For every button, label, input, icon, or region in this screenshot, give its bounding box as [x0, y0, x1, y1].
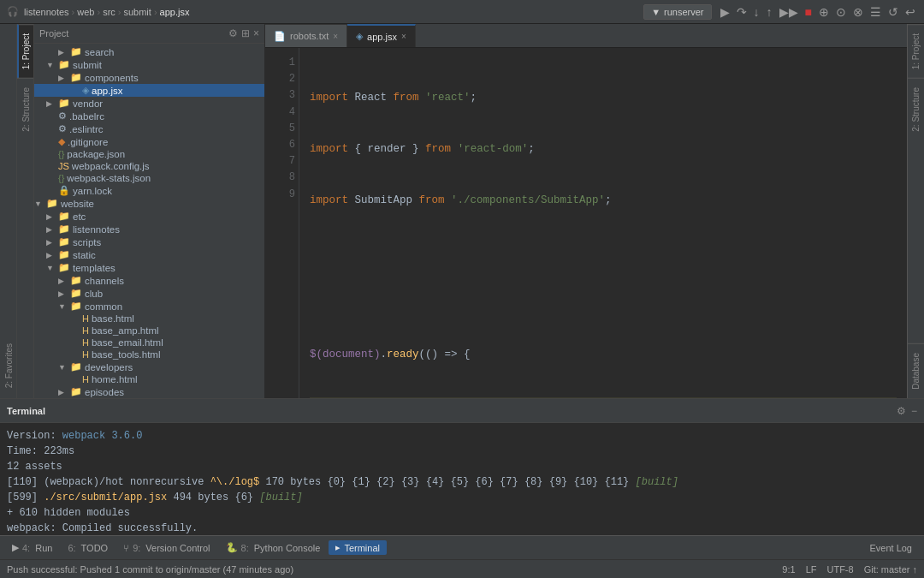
stop-icon[interactable]: ■ — [803, 3, 814, 21]
right-tab-structure[interactable]: 1: Project — [908, 24, 924, 78]
tab-close-icon[interactable]: × — [333, 32, 338, 41]
top-bar: 🎧 listennotes › web › src › submit › app… — [0, 0, 924, 24]
code-line — [310, 243, 897, 260]
terminal-line: + 610 hidden modules — [7, 505, 917, 521]
right-tab-database[interactable]: Database — [908, 343, 924, 398]
project-panel-header: Project ⚙ ⊞ × — [34, 24, 264, 44]
list-item[interactable]: Hbase_email.html — [34, 337, 264, 349]
list-item[interactable]: ▼📁website — [34, 197, 264, 210]
list-item[interactable]: ▼📁developers — [34, 361, 264, 373]
list-item[interactable]: ▶📁search — [34, 45, 264, 58]
step-out-icon[interactable]: ↑ — [765, 3, 774, 21]
status-bar: Push successful: Pushed 1 commit to orig… — [0, 559, 924, 578]
run-server-button[interactable]: ▼ runserver — [643, 4, 711, 20]
terminal-output[interactable]: Version: webpack 3.6.0 Time: 223ms 12 as… — [0, 423, 924, 535]
terminal-panel-title: Terminal — [7, 406, 45, 416]
list-item[interactable]: Hhome.html — [34, 373, 264, 385]
view-breakpoints-icon[interactable]: ☰ — [868, 3, 883, 21]
code-line: import React from 'react'; — [310, 89, 897, 106]
charset: UTF-8 — [826, 564, 853, 575]
list-item-templates[interactable]: ▼📁templates — [34, 261, 264, 274]
code-content[interactable]: import React from 'react'; import { rend… — [299, 48, 907, 398]
code-line: $(document).ready(() => { — [310, 346, 897, 363]
list-item[interactable]: ◆.gitignore — [34, 135, 264, 148]
list-item[interactable]: ▼📁common — [34, 300, 264, 313]
right-panel: 1: Project 2: Structure Database — [907, 24, 924, 398]
coverage-icon[interactable]: ⊕ — [817, 3, 831, 21]
python-console-button[interactable]: 🐍 8: Python Console — [219, 540, 328, 555]
tab-app-jsx[interactable]: ◈ app.jsx × — [347, 24, 416, 47]
run-tool-button[interactable]: ▶ 4: Run — [5, 540, 59, 555]
git-branch: Git: master ↑ — [864, 564, 917, 575]
terminal-button[interactable]: ▸ Terminal — [329, 540, 387, 555]
list-item[interactable]: Hbase.html — [34, 313, 264, 325]
list-item[interactable]: {}webpack-stats.json — [34, 172, 264, 184]
far-left-panel: 2: Favorites — [0, 24, 17, 398]
gear-settings-icon[interactable]: ⚙ — [228, 27, 238, 39]
terminal-line: [599] ./src/submit/app.jsx 494 bytes {6}… — [7, 490, 917, 505]
terminal-line: 12 assets — [7, 459, 917, 474]
mute-icon[interactable]: ⊗ — [851, 3, 865, 21]
breakpoint-icon[interactable]: ⊙ — [834, 3, 848, 21]
terminal-icon: ▸ — [335, 542, 341, 553]
event-log-button[interactable]: Event Log — [862, 541, 919, 555]
tab-robots-txt[interactable]: 📄 robots.txt × — [265, 24, 347, 47]
toolbar-right: ▼ runserver ▶ ↷ ↓ ↑ ▶▶ ■ ⊕ ⊙ ⊗ ☰ ↺ ↩ — [643, 3, 917, 21]
right-tab-db[interactable]: 2: Structure — [908, 78, 924, 140]
expand-all-icon[interactable]: ⊞ — [241, 27, 250, 39]
line-numbers: 1 2 3 4 5 6 7 8 9 — [265, 48, 299, 398]
list-item[interactable]: ▶📁vendor — [34, 97, 264, 110]
list-item[interactable]: {}package.json — [34, 148, 264, 160]
list-item-appjsx[interactable]: ◈app.jsx — [34, 84, 264, 97]
line-endings: LF — [806, 564, 817, 575]
file-jsx-icon: ◈ — [356, 31, 363, 42]
editor-area: 📄 robots.txt × ◈ app.jsx × 1 2 3 4 5 6 7… — [265, 24, 907, 398]
status-message: Push successful: Pushed 1 commit to orig… — [7, 564, 293, 575]
project-tab[interactable]: 1: Project — [17, 24, 33, 78]
list-item[interactable]: ▶📁scripts — [34, 235, 264, 248]
main-area: 2: Favorites 1: Project 2: Structure Pro… — [0, 24, 924, 398]
favorites-tab[interactable]: 2: Favorites — [0, 333, 16, 398]
todo-tool-button[interactable]: 6: TODO — [61, 541, 115, 555]
list-item[interactable]: Hbase_amp.html — [34, 325, 264, 337]
list-item[interactable]: Hbase_tools.html — [34, 349, 264, 361]
code-line: import SubmitApp from './components/Subm… — [310, 192, 897, 209]
terminal-line: [110] (webpack)/hot nonrecursive ^\./log… — [7, 474, 917, 490]
code-line — [310, 295, 897, 312]
list-item[interactable]: ▶📁episodes — [34, 385, 264, 398]
run-icon: ▶ — [12, 542, 19, 553]
bottom-toolbar: ▶ 4: Run 6: TODO ⑂ 9: Version Control 🐍 … — [0, 535, 924, 559]
undo-icon[interactable]: ↩ — [903, 3, 917, 21]
step-over-icon[interactable]: ↷ — [735, 3, 749, 21]
list-item[interactable]: ▶📁static — [34, 248, 264, 261]
terminal-line: Version: webpack 3.6.0 — [7, 428, 917, 444]
app-logo-icon: 🎧 — [7, 6, 19, 17]
terminal-line: webpack: Compiled successfully. — [7, 521, 917, 535]
list-item[interactable]: ▶📁etc — [34, 210, 264, 223]
tab-bar: 📄 robots.txt × ◈ app.jsx × — [265, 24, 907, 48]
list-item[interactable]: 🔒yarn.lock — [34, 184, 264, 197]
step-into-icon[interactable]: ↓ — [752, 3, 761, 21]
version-control-button[interactable]: ⑂ 9: Version Control — [116, 541, 216, 555]
list-item[interactable]: ⚙.eslintrc — [34, 122, 264, 135]
bottom-panel: Terminal ⚙ − Version: webpack 3.6.0 Time… — [0, 398, 924, 535]
list-item[interactable]: ▶📁channels — [34, 274, 264, 287]
rerun-icon[interactable]: ↺ — [886, 3, 900, 21]
file-text-icon: 📄 — [274, 31, 286, 42]
python-icon: 🐍 — [226, 542, 238, 553]
version-control-icon: ⑂ — [123, 543, 129, 553]
list-item[interactable]: ▶📁club — [34, 287, 264, 300]
collapse-panel-icon[interactable]: × — [253, 27, 259, 39]
left-panel-tabs: 1: Project 2: Structure — [17, 24, 34, 398]
list-item[interactable]: ▼📁submit — [34, 58, 264, 71]
settings-icon[interactable]: ⚙ — [897, 405, 906, 417]
resume-icon[interactable]: ▶▶ — [778, 3, 800, 21]
list-item[interactable]: ▶📁listennotes — [34, 223, 264, 235]
tab-close-icon[interactable]: × — [401, 32, 406, 41]
close-panel-icon[interactable]: − — [911, 405, 917, 417]
list-item[interactable]: JSwebpack.config.js — [34, 160, 264, 172]
structure-tab[interactable]: 2: Structure — [17, 78, 33, 140]
list-item[interactable]: ⚙.babelrc — [34, 110, 264, 122]
play-icon[interactable]: ▶ — [719, 3, 732, 21]
list-item[interactable]: ▶📁components — [34, 71, 264, 84]
